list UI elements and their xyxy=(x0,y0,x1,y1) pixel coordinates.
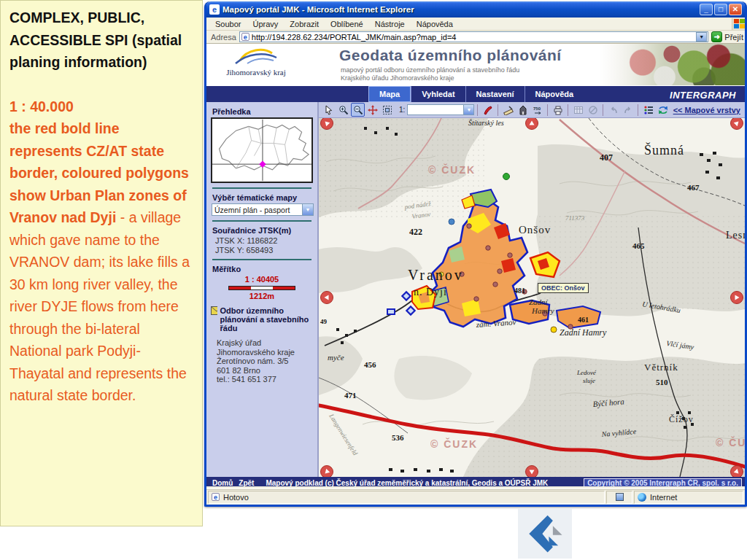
theme-select[interactable]: Územní plán - pasport ▼ xyxy=(212,203,314,216)
select-tool-button[interactable] xyxy=(322,103,336,117)
measure-tool-button[interactable] xyxy=(501,103,515,117)
print-button[interactable] xyxy=(551,103,565,117)
map-label: © ČUZK xyxy=(428,163,476,176)
caption-heading: COMPLEX, PUBLIC, ACCESSIBLE SPI (spatial… xyxy=(9,7,193,74)
map-label: © ČU xyxy=(716,436,745,448)
map-label: Zadní xyxy=(529,298,549,306)
region-logo: Jihomoravský kraj xyxy=(212,46,300,77)
gazetteer-button[interactable] xyxy=(516,103,530,117)
status-zone-panel xyxy=(606,491,632,504)
map-label: Lesná xyxy=(726,230,745,241)
copyright-text: Copyright © 2005 Intergraph ČR, spol. s … xyxy=(584,478,742,487)
menu-upravy[interactable]: Úpravy xyxy=(247,19,284,29)
intergraph-g-logo xyxy=(518,508,572,559)
map-label: Štítarský les xyxy=(468,119,504,127)
tab-mapa[interactable]: Mapa xyxy=(368,86,411,102)
scale-combo[interactable]: ▼ xyxy=(407,104,474,115)
overview-title: Přehledka xyxy=(212,107,313,116)
pan-west-button[interactable] xyxy=(321,292,333,304)
map-label: © ČUZK xyxy=(430,438,478,450)
menu-napoveda[interactable]: Nápověda xyxy=(411,19,459,29)
pan-tool-button[interactable] xyxy=(365,103,379,117)
coords-title: Souřadnice JTSK(m) xyxy=(212,226,313,235)
map-label: 510 xyxy=(656,378,668,386)
region-logo-text: Jihomoravský kraj xyxy=(212,68,300,77)
menu-nastroje[interactable]: Nástroje xyxy=(369,19,411,29)
tab-vyhledat[interactable]: Vyhledat xyxy=(411,86,465,102)
status-internet-panel: Internet xyxy=(634,491,743,504)
dept-line: Žerotínovo nám. 3/5 xyxy=(217,357,313,366)
go-button[interactable]: ➜ Přejít xyxy=(711,31,743,42)
pan-north-button[interactable] xyxy=(526,118,538,130)
pan-northwest-button[interactable] xyxy=(321,118,333,130)
title-bar[interactable]: e Mapový portál JMK - Microsoft Internet… xyxy=(206,1,745,18)
coordinates-button[interactable]: 750 xyxy=(530,103,544,117)
map-credit: Mapový podklad (c) Český úřad zeměměřick… xyxy=(266,479,548,487)
region-logo-swoosh-icon xyxy=(233,46,279,65)
clear-selection-button[interactable] xyxy=(586,103,600,117)
theme-title: Výběr tématické mapy xyxy=(212,193,313,202)
menu-soubor[interactable]: Soubor xyxy=(209,19,247,29)
refresh-button[interactable] xyxy=(656,103,670,117)
dept-line: tel.: 541 651 377 xyxy=(217,375,313,384)
map-label: Šumná xyxy=(644,142,684,158)
scale-prefix: 1: xyxy=(399,106,405,114)
map-label: Zadní Hamry xyxy=(560,327,607,338)
caption-box: COMPLEX, PUBLIC, ACCESSIBLE SPI (spatial… xyxy=(0,0,203,526)
map-label: sluje xyxy=(583,377,595,384)
redline-tool-button[interactable] xyxy=(481,103,495,117)
map-label: Větrník xyxy=(644,362,678,373)
address-dropdown-icon[interactable]: ▼ xyxy=(696,32,707,42)
attribute-table-button[interactable] xyxy=(571,103,585,117)
page-footer: Domů Zpět Mapový podklad (c) Český úřad … xyxy=(206,477,745,486)
map-label: myče xyxy=(328,353,344,362)
dept-line: Krajský úřad Jihomoravského kraje xyxy=(217,338,313,357)
menu-zobrazit[interactable]: Zobrazit xyxy=(284,19,325,29)
close-button[interactable]: ✕ xyxy=(729,4,742,15)
site-subtitle: mapový portál odboru územního plánování … xyxy=(341,66,519,82)
pan-east-button[interactable] xyxy=(731,292,743,304)
content-row: Přehledka Výběr tématické mapy Úz xyxy=(206,102,745,477)
browser-window: e Mapový portál JMK - Microsoft Internet… xyxy=(204,1,747,507)
home-link[interactable]: Domů xyxy=(212,479,233,487)
pan-south-button[interactable] xyxy=(526,466,538,478)
map-tooltip: OBEC: Onšov xyxy=(538,283,589,293)
svg-text:750: 750 xyxy=(533,106,541,111)
zoom-in-button[interactable] xyxy=(336,103,350,117)
scale-value: 1 : 40405 xyxy=(211,275,313,284)
tab-nastaveni[interactable]: Nastavení xyxy=(465,86,525,102)
overview-map[interactable] xyxy=(211,117,313,183)
minimize-button[interactable]: _ xyxy=(700,4,713,15)
topographic-map: Štítarský lesŠumná407467465LesnáOnšov711… xyxy=(319,118,745,477)
map-layers-link[interactable]: << Mapové vrstvy xyxy=(673,106,740,114)
legend-button[interactable] xyxy=(641,103,655,117)
status-bar: e Hotovo Internet xyxy=(206,489,745,505)
map-label: 481 xyxy=(514,287,525,295)
address-input[interactable]: e http://194.228.62.234/PORTAL_JMK/main.… xyxy=(239,31,708,42)
page-icon: e xyxy=(241,33,249,41)
chevron-down-icon[interactable]: ▼ xyxy=(463,105,473,114)
department-title: Odbor územního plánování a stavebního řá… xyxy=(220,306,313,332)
zoom-out-button[interactable] xyxy=(351,103,365,117)
chevron-down-icon[interactable]: ▼ xyxy=(302,204,313,215)
redo-button[interactable] xyxy=(621,103,635,117)
tab-napoveda[interactable]: Nápověda xyxy=(525,86,584,102)
pan-northeast-button[interactable] xyxy=(731,118,743,130)
map-label: 467 xyxy=(687,183,700,192)
menu-oblibene[interactable]: Oblíbené xyxy=(325,19,369,29)
map-label: 711373 xyxy=(565,214,585,222)
caption-rest-text: - a village which gave name to the VRANO… xyxy=(9,209,190,403)
undo-button[interactable] xyxy=(606,103,620,117)
pan-southeast-button[interactable] xyxy=(731,466,743,478)
czech-republic-outline xyxy=(212,119,311,182)
site-subtitle-line2: Krajského úřadu Jihomoravského kraje xyxy=(341,74,519,82)
dept-line: 601 82 Brno xyxy=(217,366,313,376)
header-aerial-image xyxy=(599,44,745,85)
map-label: 536 xyxy=(392,433,404,442)
fit-extent-button[interactable] xyxy=(380,103,394,117)
maximize-button[interactable]: □ xyxy=(714,4,727,15)
pan-southwest-button[interactable] xyxy=(321,466,333,478)
map-viewport[interactable]: Štítarský lesŠumná407467465LesnáOnšov711… xyxy=(319,118,745,477)
map-label: 422 xyxy=(409,227,422,237)
back-link[interactable]: Zpět xyxy=(239,479,254,487)
